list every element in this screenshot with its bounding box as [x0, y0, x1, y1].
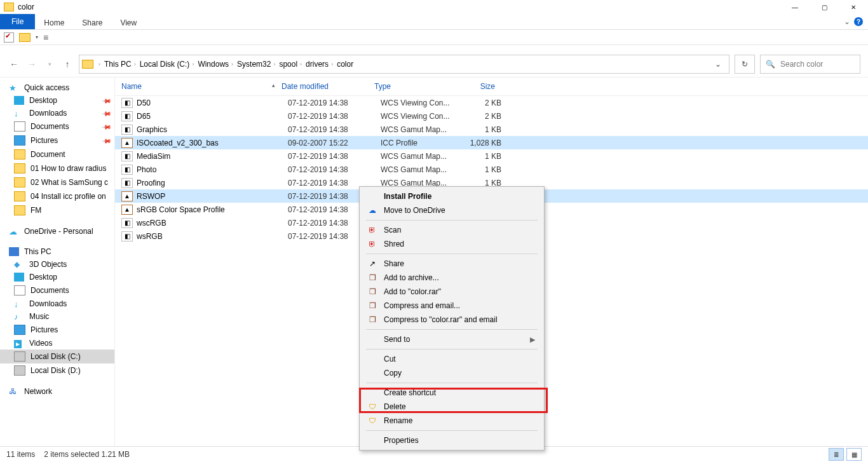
shield-icon: 🛡 [367, 402, 377, 411]
ribbon-expand-icon[interactable]: ⌄ [844, 17, 850, 26]
ctx-separator [366, 329, 538, 330]
sidebar-quick-access[interactable]: Quick access [0, 81, 114, 94]
ctx-copy[interactable]: Copy [360, 366, 544, 380]
status-item-count: 11 items [6, 450, 35, 459]
file-row[interactable]: ◧Graphics07-12-2019 14:38WCS Gamut Map..… [115, 123, 868, 136]
ctx-install-profile[interactable]: Install Profile [360, 189, 544, 203]
maximize-button[interactable]: ▢ [810, 0, 839, 14]
ctx-properties[interactable]: Properties [360, 433, 544, 447]
ctx-compress-colorrar-email[interactable]: ❒Compress to "color.rar" and email [360, 313, 544, 327]
file-date: 07-12-2019 14:38 [288, 152, 381, 161]
crumb-localdisk[interactable]: Local Disk (C:)› [140, 60, 194, 69]
ctx-separator [366, 383, 538, 383]
view-large-button[interactable]: ▦ [846, 448, 862, 461]
ctx-move-onedrive[interactable]: ☁Move to OneDrive [360, 203, 544, 217]
sidebar-item-01[interactable]: 01 How to draw radius [0, 161, 114, 175]
sidebar-item-documents2[interactable]: Documents [0, 283, 114, 297]
sidebar-item-pictures2[interactable]: Pictures [0, 323, 114, 337]
documents-icon [14, 285, 25, 296]
chevron-right-icon: ▶ [530, 336, 535, 344]
address-bar[interactable]: › This PC› Local Disk (C:)› Windows› Sys… [79, 55, 729, 74]
sidebar-item-pictures[interactable]: Pictures📌 [0, 133, 114, 147]
file-icon: ◧ [121, 178, 133, 188]
file-row[interactable]: ▲ISOcoated_v2_300_bas09-02-2007 15:22ICC… [115, 136, 868, 149]
ctx-shred[interactable]: ⛨Shred [360, 237, 544, 251]
tab-share[interactable]: Share [73, 14, 111, 29]
crumb-color[interactable]: color [337, 60, 353, 69]
sidebar-network[interactable]: Network [0, 385, 114, 398]
search-input[interactable]: 🔍 Search color [760, 55, 860, 74]
sidebar-item-localdisk-d[interactable]: Local Disk (D:) [0, 363, 114, 377]
view-details-button[interactable]: ≣ [829, 448, 844, 461]
qat-dropdown-icon[interactable]: ▾ [36, 34, 38, 40]
sidebar-item-desktop[interactable]: Desktop📌 [0, 94, 114, 107]
tab-view[interactable]: View [111, 14, 146, 29]
shield-icon: ⛨ [367, 226, 377, 234]
file-icon: ▲ [121, 191, 133, 201]
sidebar-item-04[interactable]: 04 Install icc profile on [0, 189, 114, 203]
up-button[interactable]: ↑ [61, 59, 74, 69]
ctx-rename[interactable]: 🛡Rename [360, 414, 544, 428]
file-date: 07-12-2019 14:38 [288, 99, 381, 107]
ctx-add-archive[interactable]: ❒Add to archive... [360, 271, 544, 285]
qat-properties-icon[interactable] [4, 32, 14, 43]
column-date[interactable]: Date modified [281, 82, 374, 91]
crumb-thispc[interactable]: This PC› [104, 60, 136, 69]
sidebar-thispc[interactable]: This PC [0, 245, 114, 258]
ctx-add-colorrar[interactable]: ❒Add to "color.rar" [360, 285, 544, 299]
column-type[interactable]: Type [374, 82, 449, 91]
file-icon: ◧ [121, 125, 133, 135]
ctx-cut[interactable]: Cut [360, 352, 544, 366]
file-row[interactable]: ◧MediaSim07-12-2019 14:38WCS Gamut Map..… [115, 149, 868, 163]
sidebar-item-fm[interactable]: FM [0, 203, 114, 217]
sidebar-item-downloads2[interactable]: Downloads [0, 297, 114, 310]
ctx-send-to[interactable]: Send to▶ [360, 332, 544, 346]
recent-dropdown[interactable]: ▾ [43, 61, 56, 67]
ctx-create-shortcut[interactable]: Create shortcut [360, 386, 544, 400]
back-button[interactable]: ← [8, 59, 20, 69]
sidebar-item-02[interactable]: 02 What is SamSung c [0, 175, 114, 189]
help-icon[interactable]: ? [854, 17, 863, 26]
sidebar-item-documents[interactable]: Documents📌 [0, 119, 114, 133]
file-row[interactable]: ◧D5007-12-2019 14:38WCS Viewing Con...2 … [115, 96, 868, 109]
sidebar-item-localdisk-c[interactable]: Local Disk (C:) [0, 350, 114, 363]
refresh-button[interactable]: ↻ [735, 55, 755, 74]
sidebar-item-music[interactable]: Music [0, 310, 114, 323]
tab-home[interactable]: Home [35, 14, 73, 29]
crumb-windows[interactable]: Windows› [198, 60, 233, 69]
sidebar-item-videos[interactable]: Videos [0, 337, 114, 350]
crumb-system32[interactable]: System32› [237, 60, 275, 69]
crumb-spool[interactable]: spool› [279, 60, 302, 69]
ctx-share[interactable]: ↗Share [360, 257, 544, 271]
address-dropdown-icon[interactable]: ⌄ [715, 60, 721, 69]
qat-newfolder-icon[interactable] [19, 33, 31, 42]
sidebar-item-downloads[interactable]: Downloads📌 [0, 107, 114, 119]
folder-icon [14, 191, 25, 201]
file-icon: ◧ [121, 231, 133, 241]
column-size[interactable]: Size [449, 82, 499, 91]
ctx-scan[interactable]: ⛨Scan [360, 223, 544, 237]
tab-file[interactable]: File [0, 14, 35, 29]
file-icon: ◧ [121, 98, 133, 108]
file-type: ICC Profile [381, 139, 456, 147]
minimize-button[interactable]: — [780, 0, 810, 14]
disk-icon [14, 351, 25, 362]
file-size: 2 KB [456, 99, 505, 107]
qat-customize-icon[interactable]: ≡ [43, 32, 48, 43]
forward-button[interactable]: → [25, 59, 38, 69]
ctx-compress-email[interactable]: ❒Compress and email... [360, 299, 544, 313]
sidebar-item-3dobjects[interactable]: 3D Objects [0, 258, 114, 271]
sidebar-item-document[interactable]: Document [0, 147, 114, 161]
sidebar-item-desktop2[interactable]: Desktop [0, 271, 114, 283]
file-row[interactable]: ◧Photo07-12-2019 14:38WCS Gamut Map...1 … [115, 163, 868, 176]
close-button[interactable]: ✕ [839, 0, 868, 14]
music-icon [14, 312, 24, 321]
folder-icon [4, 3, 14, 11]
ctx-delete[interactable]: 🛡Delete [360, 400, 544, 414]
crumb-drivers[interactable]: drivers› [306, 60, 333, 69]
status-selection: 2 items selected 1.21 MB [44, 450, 130, 459]
sidebar-onedrive[interactable]: OneDrive - Personal [0, 225, 114, 238]
file-row[interactable]: ◧D6507-12-2019 14:38WCS Viewing Con...2 … [115, 109, 868, 123]
column-name[interactable]: Name [121, 82, 142, 91]
pictures-icon [14, 325, 25, 335]
